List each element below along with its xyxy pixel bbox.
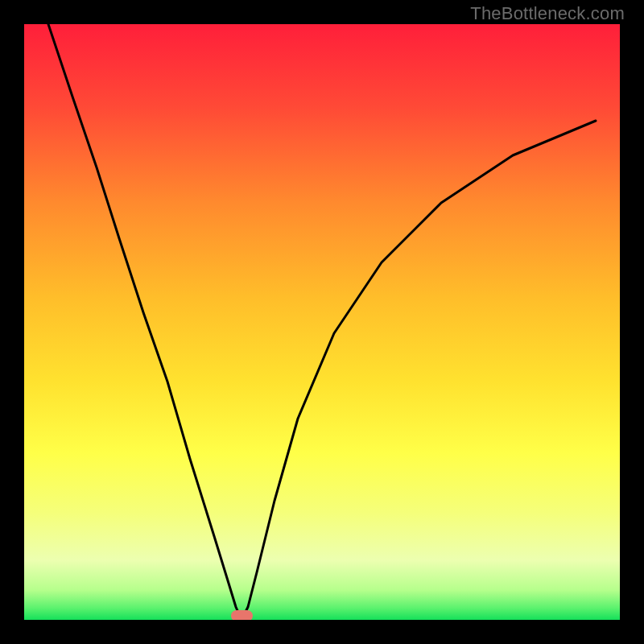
bottleneck-curve [24, 24, 620, 620]
watermark-text: TheBottleneck.com [470, 3, 625, 24]
chart-frame: TheBottleneck.com [0, 0, 644, 644]
plot-area [24, 24, 620, 620]
optimum-marker [231, 610, 253, 620]
